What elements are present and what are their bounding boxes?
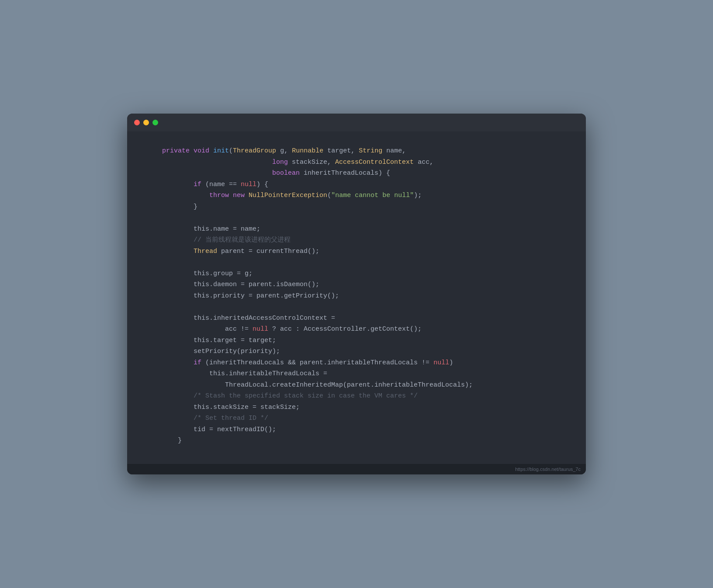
maximize-button[interactable] — [152, 120, 158, 125]
minimize-button[interactable] — [143, 120, 149, 125]
code-line-3: boolean inheritThreadLocals) { — [162, 168, 565, 179]
code-line-17: if (inheritThreadLocals && parent.inheri… — [162, 357, 565, 369]
code-line-18: this.inheritableThreadLocals = — [162, 368, 565, 380]
code-line-blank3 — [162, 301, 565, 313]
code-line-20: /* Stash the specified stack size in cas… — [162, 391, 565, 402]
code-line-6: } — [162, 201, 565, 213]
code-line-21: this.stackSize = stackSize; — [162, 402, 565, 413]
title-bar — [127, 114, 586, 131]
code-line-8: // 当前线程就是该进程的父进程 — [162, 235, 565, 246]
code-line-blank1 — [162, 212, 565, 224]
code-line-19: ThreadLocal.createInheritedMap(parent.in… — [162, 380, 565, 391]
code-line-10: this.group = g; — [162, 268, 565, 280]
code-line-12: this.priority = parent.getPriority(); — [162, 291, 565, 302]
code-block: private void init(ThreadGroup g, Runnabl… — [127, 131, 586, 464]
code-line-7: this.name = name; — [162, 224, 565, 235]
code-line-13: this.inheritedAccessControlContext = — [162, 313, 565, 324]
code-line-4: if (name == null) { — [162, 179, 565, 190]
code-line-16: setPriority(priority); — [162, 346, 565, 357]
code-line-9: Thread parent = currentThread(); — [162, 246, 565, 257]
code-line-14: acc != null ? acc : AccessController.get… — [162, 324, 565, 335]
code-line-1: private void init(ThreadGroup g, Runnabl… — [162, 145, 565, 157]
url-text: https://blog.csdn.net/taurus_7c — [515, 467, 581, 472]
code-line-2: long stackSize, AccessControlContext acc… — [162, 157, 565, 168]
code-line-11: this.daemon = parent.isDaemon(); — [162, 279, 565, 291]
code-line-15: this.target = target; — [162, 335, 565, 346]
code-line-5: throw new NullPointerException("name can… — [162, 190, 565, 201]
code-line-blank2 — [162, 257, 565, 268]
code-window: private void init(ThreadGroup g, Runnabl… — [127, 114, 586, 474]
code-line-24: } — [162, 435, 565, 446]
close-button[interactable] — [134, 120, 140, 125]
code-line-22: /* Set thread ID */ — [162, 413, 565, 424]
url-bar: https://blog.csdn.net/taurus_7c — [127, 464, 586, 474]
code-line-23: tid = nextThreadID(); — [162, 424, 565, 436]
